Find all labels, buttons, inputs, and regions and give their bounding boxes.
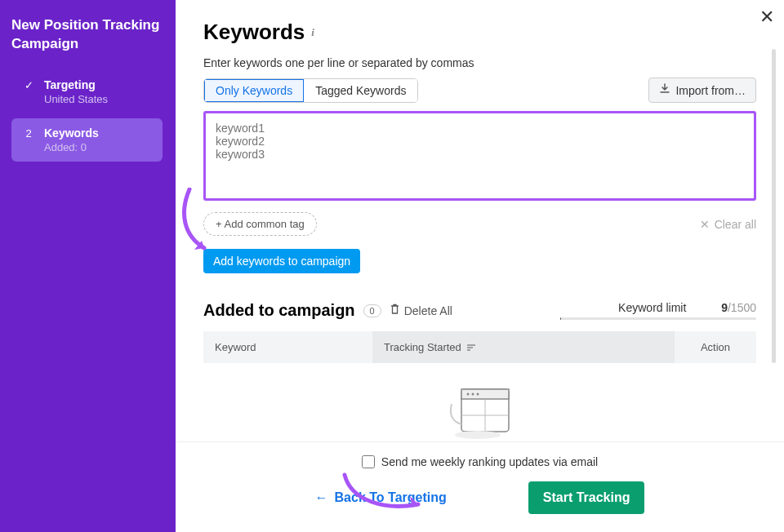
weekly-updates-label: Send me weekly ranking updates via email: [381, 455, 598, 468]
sidebar-item-sub: Added: 0: [44, 141, 99, 153]
add-common-tag-button[interactable]: + Add common tag: [203, 212, 317, 236]
close-icon[interactable]: ✕: [760, 7, 774, 28]
sidebar-item-label: Keywords: [44, 126, 99, 140]
sidebar-step-targeting[interactable]: ✓ Targeting United States: [11, 70, 163, 113]
limit-used: 9: [721, 301, 728, 314]
import-button[interactable]: Import from…: [648, 78, 756, 103]
sidebar-title: New Position Tracking Campaign: [11, 16, 163, 54]
svg-point-2: [466, 393, 469, 396]
th-keyword[interactable]: Keyword: [203, 331, 372, 363]
close-small-icon: ✕: [700, 218, 710, 231]
added-section-title: Added to campaign: [203, 301, 355, 320]
weekly-updates-row: Send me weekly ranking updates via email: [203, 455, 756, 468]
tab-tagged-keywords[interactable]: Tagged Keywords: [304, 79, 417, 102]
tabs-row: Only Keywords Tagged Keywords Import fro…: [203, 78, 756, 103]
svg-point-3: [471, 393, 474, 396]
import-label: Import from…: [675, 84, 746, 97]
keywords-textarea-highlight: [203, 111, 756, 201]
th-tracking-label: Tracking Started: [384, 341, 461, 353]
keywords-textarea[interactable]: [206, 113, 754, 195]
page-title: Keywords i: [203, 20, 756, 45]
arrow-left-icon: ←: [315, 490, 328, 505]
sidebar-item-sub: United States: [44, 93, 108, 105]
back-label: Back To Targeting: [335, 490, 447, 505]
clear-all-button[interactable]: ✕ Clear all: [700, 218, 756, 231]
svg-point-7: [455, 431, 501, 439]
instruction-text: Enter keywords one per line or separated…: [203, 56, 756, 69]
scrollbar[interactable]: [772, 49, 776, 363]
keywords-table: Keyword Tracking Started Action: [203, 331, 756, 363]
page-title-text: Keywords: [203, 20, 305, 45]
keyword-limit: Keyword limit 9/1500: [560, 301, 756, 320]
limit-max: /1500: [728, 301, 756, 314]
add-keywords-button[interactable]: Add keywords to campaign: [203, 249, 360, 273]
sidebar: New Position Tracking Campaign ✓ Targeti…: [0, 0, 176, 532]
tab-only-keywords[interactable]: Only Keywords: [204, 79, 304, 102]
back-button[interactable]: ← Back To Targeting: [315, 490, 447, 505]
scroll-area: ✕ Keywords i Enter keywords one per line…: [176, 0, 784, 446]
th-tracking-started[interactable]: Tracking Started: [372, 331, 675, 363]
start-tracking-button[interactable]: Start Tracking: [528, 481, 645, 514]
clear-all-label: Clear all: [715, 218, 756, 231]
added-count-badge: 0: [363, 304, 381, 317]
delete-all-button[interactable]: Delete All: [390, 304, 452, 317]
step-number-icon: 2: [21, 127, 36, 140]
tag-row: + Add common tag ✕ Clear all: [203, 212, 756, 236]
info-icon[interactable]: i: [311, 26, 314, 39]
limit-progress: [560, 317, 756, 320]
svg-point-4: [476, 393, 479, 396]
footer: Send me weekly ranking updates via email…: [176, 441, 784, 532]
sidebar-steps: ✓ Targeting United States 2 Keywords Add…: [11, 70, 163, 162]
keyword-mode-toggle: Only Keywords Tagged Keywords: [203, 78, 418, 103]
weekly-updates-checkbox[interactable]: [362, 455, 375, 468]
trash-icon: [390, 304, 400, 317]
sidebar-step-keywords[interactable]: 2 Keywords Added: 0: [11, 118, 163, 162]
delete-all-label: Delete All: [404, 304, 452, 317]
main-panel: ✕ Keywords i Enter keywords one per line…: [176, 0, 784, 532]
calendar-illustration-icon: [443, 379, 517, 445]
table-header-row: Keyword Tracking Started Action: [203, 331, 756, 363]
added-section-header: Added to campaign 0 Delete All Keyword l…: [203, 301, 756, 320]
download-icon: [659, 83, 670, 97]
footer-buttons: ← Back To Targeting Start Tracking: [203, 481, 756, 514]
th-action: Action: [675, 331, 756, 363]
check-icon: ✓: [21, 79, 36, 91]
sort-icon: [467, 344, 475, 352]
sidebar-item-label: Targeting: [44, 78, 108, 91]
limit-label: Keyword limit: [618, 301, 686, 314]
